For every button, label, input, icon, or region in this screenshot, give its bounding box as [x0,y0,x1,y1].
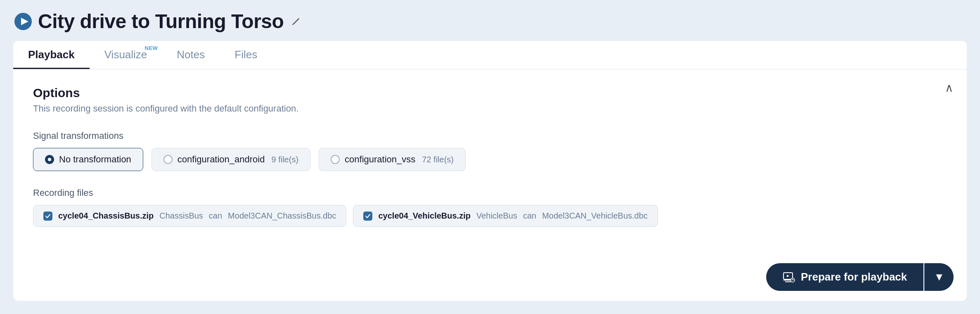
options-description: This recording session is configured wit… [33,103,947,114]
chassis-filename: cycle04_ChassisBus.zip [58,211,154,221]
tab-bar: Playback Visualize NEW Notes Files [13,41,967,69]
bottom-bar: Prepare for playback ▼ [766,263,954,291]
prepare-for-playback-button[interactable]: Prepare for playback [766,263,923,291]
signal-transformations-label: Signal transformations [33,131,947,141]
new-badge: NEW [145,45,158,51]
radio-label-no-transformation: No transformation [59,154,131,165]
svg-point-6 [791,278,795,282]
radio-circle-configuration-android [163,155,173,164]
main-content: ∧ Options This recording session is conf… [13,69,967,301]
prepare-playback-icon [783,271,795,283]
tab-visualize[interactable]: Visualize NEW [90,41,162,69]
chassis-dbc: Model3CAN_ChassisBus.dbc [228,211,336,221]
recording-files-section: Recording files cycle04_ChassisBus.zip C… [33,188,947,227]
checkbox-chassis[interactable] [43,212,52,221]
prepare-for-playback-label: Prepare for playback [801,271,907,283]
recording-files-list: cycle04_ChassisBus.zip ChassisBus can Mo… [33,205,947,227]
radio-circle-no-transformation [45,155,54,164]
prepare-dropdown-button[interactable]: ▼ [924,263,954,291]
radio-configuration-android[interactable]: configuration_android 9 file(s) [151,148,310,171]
tab-playback[interactable]: Playback [13,41,90,69]
file-item-vehicle: cycle04_VehicleBus.zip VehicleBus can Mo… [353,205,658,227]
radio-label-configuration-android: configuration_android [178,154,265,165]
tab-notes[interactable]: Notes [162,41,220,69]
play-icon [13,12,33,31]
file-count-vss: 72 file(s) [422,155,454,164]
vehicle-filename: cycle04_VehicleBus.zip [378,211,470,221]
checkbox-vehicle[interactable] [363,212,372,221]
radio-no-transformation[interactable]: No transformation [33,148,143,171]
chassis-bus: ChassisBus [159,211,203,221]
vehicle-bus: VehicleBus [476,211,517,221]
radio-label-configuration-vss: configuration_vss [345,154,415,165]
radio-configuration-vss[interactable]: configuration_vss 72 file(s) [319,148,466,171]
page-title: City drive to Turning Torso [38,10,284,33]
tab-files[interactable]: Files [220,41,272,69]
page-container: City drive to Turning Torso Playback Vis… [0,0,980,314]
radio-circle-configuration-vss [331,155,340,164]
edit-icon[interactable] [290,16,302,27]
file-item-chassis: cycle04_ChassisBus.zip ChassisBus can Mo… [33,205,346,227]
signal-transformations-group: No transformation configuration_android … [33,148,947,171]
dropdown-chevron-icon: ▼ [934,271,944,283]
title-row: City drive to Turning Torso [13,10,967,33]
options-title: Options [33,86,947,100]
file-count-android: 9 file(s) [271,155,298,164]
vehicle-protocol: can [523,211,536,221]
collapse-button[interactable]: ∧ [945,81,954,95]
vehicle-dbc: Model3CAN_VehicleBus.dbc [542,211,648,221]
chassis-protocol: can [209,211,222,221]
recording-files-label: Recording files [33,188,947,198]
svg-marker-3 [787,275,789,277]
